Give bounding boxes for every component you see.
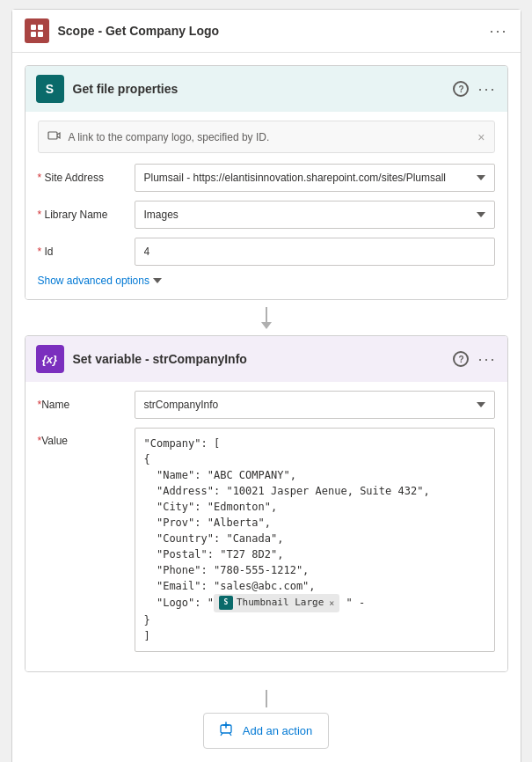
id-input[interactable] <box>135 238 495 266</box>
value-line-3: "Name": "ABC COMPANY", <box>144 467 485 483</box>
library-name-row: * Library Name Images <box>38 201 495 229</box>
show-advanced-button[interactable]: Show advanced options <box>38 275 495 287</box>
site-address-row: * Site Address Plumsail - https://elanti… <box>38 164 495 192</box>
set-variable-title: Set variable - strCompanyInfo <box>73 352 454 366</box>
get-file-actions: ? ··· <box>453 80 496 99</box>
library-name-chevron <box>477 212 485 217</box>
add-action-icon <box>220 721 236 741</box>
show-advanced-chevron <box>153 278 162 283</box>
value-line-close2: ] <box>144 628 485 644</box>
set-variable-card: {x} Set variable - strCompanyInfo ? ··· … <box>25 335 508 672</box>
get-file-icon: S <box>36 75 64 103</box>
svg-rect-1 <box>38 25 43 30</box>
id-row: * Id <box>38 238 495 266</box>
value-line-8: "Postal": "T27 8D2", <box>144 546 485 562</box>
chip-label: Thumbnail Large <box>237 596 324 611</box>
scope-card: Scope - Get Company Logo ··· S Get file … <box>11 9 521 762</box>
set-variable-card-body: *Name strCompanyInfo *Value "Company": [… <box>26 382 507 671</box>
get-file-title: Get file properties <box>73 82 454 96</box>
id-label: * Id <box>38 245 135 258</box>
site-address-chevron <box>477 175 485 180</box>
site-address-dropdown[interactable]: Plumsail - https://elantisinnovation.sha… <box>135 164 495 192</box>
get-file-card-body: A link to the company logo, specified by… <box>26 112 507 299</box>
scope-card-header: Scope - Get Company Logo ··· <box>12 10 521 53</box>
info-banner-text: A link to the company logo, specified by… <box>69 131 478 143</box>
get-file-card-header: S Get file properties ? ··· <box>26 66 507 112</box>
variable-name-label: *Name <box>38 399 135 411</box>
info-icon <box>47 128 62 145</box>
chip-icon: S <box>219 596 233 610</box>
thumbnail-chip: S Thumbnail Large × <box>214 594 339 612</box>
value-logo-line: "Logo": " S Thumbnail Large × " - <box>144 594 485 612</box>
library-name-value: Images <box>144 209 477 221</box>
set-variable-more-button[interactable]: ··· <box>477 350 496 369</box>
variable-value-label: *Value <box>38 428 135 447</box>
scope-title: Scope - Get Company Logo <box>58 24 490 38</box>
arrow-connector <box>25 300 508 335</box>
get-file-help-button[interactable]: ? <box>453 81 469 97</box>
get-file-card: S Get file properties ? ··· <box>25 65 508 300</box>
show-advanced-label: Show advanced options <box>38 275 149 287</box>
svg-rect-3 <box>38 32 43 37</box>
chip-close-button[interactable]: × <box>329 597 334 610</box>
get-file-more-button[interactable]: ··· <box>477 80 496 99</box>
value-line-10: "Email": "sales@abc.com", <box>144 578 485 594</box>
get-file-info-banner: A link to the company logo, specified by… <box>38 121 495 153</box>
variable-name-row: *Name strCompanyInfo <box>38 391 495 419</box>
set-variable-help-button[interactable]: ? <box>453 351 469 367</box>
variable-value-row: *Value "Company": [ { "Name": "ABC COMPA… <box>38 428 495 652</box>
value-line-close1: } <box>144 612 485 628</box>
add-action-line <box>266 690 267 707</box>
value-logo-suffix: " - <box>339 595 365 611</box>
add-action-button[interactable]: Add an action <box>203 713 330 749</box>
variable-name-chevron <box>477 402 485 407</box>
add-action-label: Add an action <box>243 724 313 737</box>
site-address-label: * Site Address <box>38 172 135 184</box>
value-line-1: "Company": [ <box>144 436 485 451</box>
required-star-3: * <box>38 245 42 258</box>
add-action-area: Add an action <box>25 672 508 758</box>
svg-rect-4 <box>48 132 57 139</box>
value-line-5: "City": "Edmonton", <box>144 499 485 515</box>
value-line-4: "Address": "10021 Jasper Aenue, Suite 43… <box>144 483 485 499</box>
scope-more-button[interactable]: ··· <box>489 22 507 40</box>
value-line-9: "Phone": "780-555-1212", <box>144 562 485 578</box>
scope-icon <box>25 18 49 43</box>
required-star-5: * <box>38 435 42 447</box>
value-line-6: "Prov": "Alberta", <box>144 515 485 531</box>
required-star: * <box>38 172 42 184</box>
value-logo-prefix: "Logo": " <box>144 595 214 611</box>
set-variable-actions: ? ··· <box>453 350 496 369</box>
variable-name-dropdown[interactable]: strCompanyInfo <box>135 391 495 419</box>
scope-body: S Get file properties ? ··· <box>12 53 521 762</box>
library-name-dropdown[interactable]: Images <box>135 201 495 229</box>
variable-name-value: strCompanyInfo <box>144 399 477 411</box>
required-star-2: * <box>38 209 42 221</box>
arrow-line <box>266 307 267 328</box>
set-variable-icon: {x} <box>36 345 64 373</box>
set-variable-card-header: {x} Set variable - strCompanyInfo ? ··· <box>26 336 507 382</box>
site-address-value: Plumsail - https://elantisinnovation.sha… <box>144 172 477 184</box>
library-name-label: * Library Name <box>38 209 135 221</box>
value-line-7: "Country": "Canada", <box>144 531 485 546</box>
value-line-2: { <box>144 451 485 467</box>
info-banner-close-button[interactable]: × <box>477 130 485 144</box>
svg-rect-0 <box>31 25 36 30</box>
required-star-4: * <box>38 399 42 411</box>
svg-rect-2 <box>31 32 36 37</box>
variable-value-input[interactable]: "Company": [ { "Name": "ABC COMPANY", "A… <box>135 428 495 652</box>
